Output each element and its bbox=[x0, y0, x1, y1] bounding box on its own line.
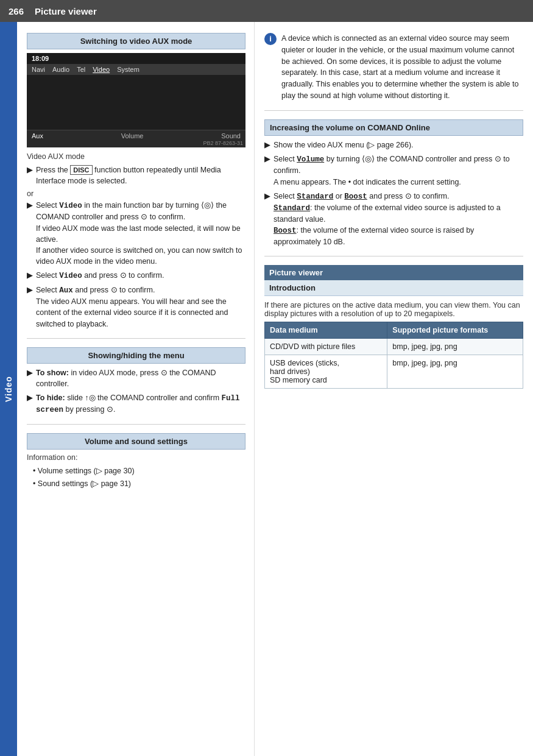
vs-menu-system: System bbox=[117, 66, 139, 73]
video-screenshot: 18:09 Navi Audio Tel Video System Aux Vo… bbox=[27, 53, 245, 147]
bullet-arrow-r2: ▶ bbox=[264, 154, 270, 165]
introduction-box: Introduction bbox=[264, 280, 523, 296]
symbol-controller1: ⟨◎⟩ bbox=[201, 201, 214, 210]
bullet-arrow-3: ▶ bbox=[27, 270, 33, 281]
bullet-content-r2: Select Volume by turning ⟨◎⟩ the COMAND … bbox=[274, 154, 523, 187]
keyword-volume: Volume bbox=[297, 155, 324, 164]
vs-menu-tel: Tel bbox=[77, 66, 85, 73]
bullet-select-video: ▶ Select Video in the main function bar … bbox=[27, 200, 245, 267]
divider-right-2 bbox=[264, 256, 523, 256]
bullet-arrow-4: ▶ bbox=[27, 284, 33, 296]
vs-time: 18:09 bbox=[32, 55, 49, 62]
keyword-fullscreen: Full screen bbox=[36, 394, 240, 414]
symbol-confirm2: ⊙ bbox=[120, 271, 127, 280]
video-aux-caption: Video AUX mode bbox=[27, 152, 245, 161]
left-column: Switching to video AUX mode 18:09 Navi A… bbox=[17, 22, 255, 756]
bullet-content-r1: Show the video AUX menu (▷ page 266). bbox=[274, 140, 523, 150]
bullet-toshow: ▶ To show: in video AUX mode, press ⊙ th… bbox=[27, 367, 245, 389]
volume-intro: Information on: bbox=[27, 453, 245, 462]
table-cell-formats-2: bmp, jpeg, jpg, png bbox=[387, 355, 523, 389]
symbol-confirm1: ⊙ bbox=[141, 213, 147, 221]
right-column: i A device which is connected as an exte… bbox=[255, 22, 533, 756]
vs-body bbox=[27, 75, 245, 130]
table-header-formats: Supported picture formats bbox=[387, 322, 523, 339]
symbol-slide: ↑◎ bbox=[85, 394, 95, 402]
picture-viewer-section-title: Picture viewer bbox=[264, 265, 523, 280]
tohide-label: To hide: bbox=[36, 394, 65, 402]
bullet-arrow-1: ▶ bbox=[27, 164, 33, 176]
bullet-content-5: To show: in video AUX mode, press ⊙ the … bbox=[36, 367, 245, 389]
keyword-standard2: Standard bbox=[274, 204, 310, 213]
sub-bullet-sound: Sound settings (▷ page 31) bbox=[33, 478, 245, 489]
symbol-controller-r: ⟨◎⟩ bbox=[362, 155, 375, 163]
vs-bottom-aux: Aux bbox=[32, 132, 43, 140]
divider-right-1 bbox=[264, 110, 523, 111]
bullet-content-r3: Select Standard or Boost and press ⊙ to … bbox=[274, 191, 523, 248]
bullet-content-4: Select Aux and press ⊙ to confirm. The v… bbox=[36, 284, 245, 330]
vs-menu: Navi Audio Tel Video System bbox=[27, 64, 245, 75]
table-row: USB devices (sticks,hard drives)SD memor… bbox=[265, 355, 523, 389]
bullet-select-video2: ▶ Select Video and press ⊙ to confirm. bbox=[27, 270, 245, 281]
info-icon: i bbox=[264, 33, 277, 45]
symbol-confirm-r2: ⊙ bbox=[405, 192, 412, 200]
bullet-arrow-5: ▶ bbox=[27, 367, 33, 379]
sidebar: Video bbox=[0, 22, 17, 756]
bullet-select-standard-boost: ▶ Select Standard or Boost and press ⊙ t… bbox=[264, 191, 523, 248]
keyword-video2: Video bbox=[59, 272, 82, 280]
vs-bottom-sound: Sound bbox=[221, 132, 241, 140]
or-text: or bbox=[27, 189, 245, 198]
info-text: A device which is connected as an extern… bbox=[281, 33, 523, 102]
sub-bullet-volume: Volume settings (▷ page 30) bbox=[33, 465, 245, 476]
table-cell-medium-1: CD/DVD with picture files bbox=[265, 339, 387, 355]
supported-formats-table: Data medium Supported picture formats CD… bbox=[264, 322, 523, 389]
page-number: 266 bbox=[9, 6, 24, 16]
comand-title-text: Increasing the volume on COMAND Online bbox=[270, 123, 430, 132]
disc-badge: DISC bbox=[70, 165, 92, 175]
bullet-show-aux-menu: ▶ Show the video AUX menu (▷ page 266). bbox=[264, 140, 523, 151]
section-volume-title: Volume and sound settings bbox=[27, 433, 245, 450]
divider-2 bbox=[27, 424, 245, 425]
table-cell-medium-2: USB devices (sticks,hard drives)SD memor… bbox=[265, 355, 387, 389]
bullet-content-6: To hide: slide ↑◎ the COMAND controller … bbox=[36, 392, 245, 415]
section-showhide-title: Showing/hiding the menu bbox=[27, 347, 245, 364]
comand-section-title: Increasing the volume on COMAND Online bbox=[264, 119, 523, 136]
vs-menu-navi: Navi bbox=[32, 66, 45, 73]
bullet-tohide: ▶ To hide: slide ↑◎ the COMAND controlle… bbox=[27, 392, 245, 415]
vs-menu-audio: Audio bbox=[52, 66, 69, 73]
vs-watermark: PB2 87-8263-31 bbox=[203, 140, 243, 146]
bullet-arrow-6: ▶ bbox=[27, 392, 33, 404]
keyword-aux: Aux bbox=[59, 286, 73, 295]
vs-menu-video: Video bbox=[93, 66, 110, 73]
keyword-video1: Video bbox=[59, 202, 82, 210]
toshow-label: To show: bbox=[36, 369, 69, 377]
bullet-content-2: Select Video in the main function bar by… bbox=[36, 200, 245, 267]
info-box: i A device which is connected as an exte… bbox=[264, 33, 523, 102]
bullet-select-aux: ▶ Select Aux and press ⊙ to confirm. The… bbox=[27, 284, 245, 330]
bullet-select-volume: ▶ Select Volume by turning ⟨◎⟩ the COMAN… bbox=[264, 154, 523, 187]
bullet-press-disc: ▶ Press the DISC function button repeate… bbox=[27, 164, 245, 186]
keyword-standard: Standard bbox=[297, 193, 333, 201]
table-cell-formats-1: bmp, jpeg, jpg, png bbox=[387, 339, 523, 355]
divider-1 bbox=[27, 338, 245, 339]
sidebar-label: Video bbox=[4, 376, 13, 402]
symbol-confirm4: ⊙ bbox=[161, 369, 168, 377]
section-switching-title: Switching to video AUX mode bbox=[27, 33, 245, 49]
vs-bottom-volume: Volume bbox=[121, 132, 144, 140]
vs-top-bar: 18:09 bbox=[27, 53, 245, 64]
bullet-arrow-r1: ▶ bbox=[264, 140, 270, 151]
keyword-boost2: Boost bbox=[274, 227, 297, 235]
page-header: 266 Picture viewer bbox=[0, 0, 533, 22]
page-title-header: Picture viewer bbox=[35, 6, 97, 16]
symbol-confirm-r: ⊙ bbox=[495, 155, 501, 163]
bullet-arrow-r3: ▶ bbox=[264, 191, 270, 202]
pv-intro-text: If there are pictures on the active data… bbox=[264, 301, 523, 318]
symbol-confirm3: ⊙ bbox=[111, 286, 118, 294]
table-row: CD/DVD with picture files bmp, jpeg, jpg… bbox=[265, 339, 523, 355]
table-header-medium: Data medium bbox=[265, 322, 387, 339]
keyword-boost: Boost bbox=[344, 193, 367, 201]
bullet-arrow-2: ▶ bbox=[27, 200, 33, 211]
bullet-content-3: Select Video and press ⊙ to confirm. bbox=[36, 270, 245, 281]
bullet-content-1: Press the DISC function button repeatedl… bbox=[36, 164, 245, 186]
symbol-confirm5: ⊙ bbox=[107, 405, 113, 414]
